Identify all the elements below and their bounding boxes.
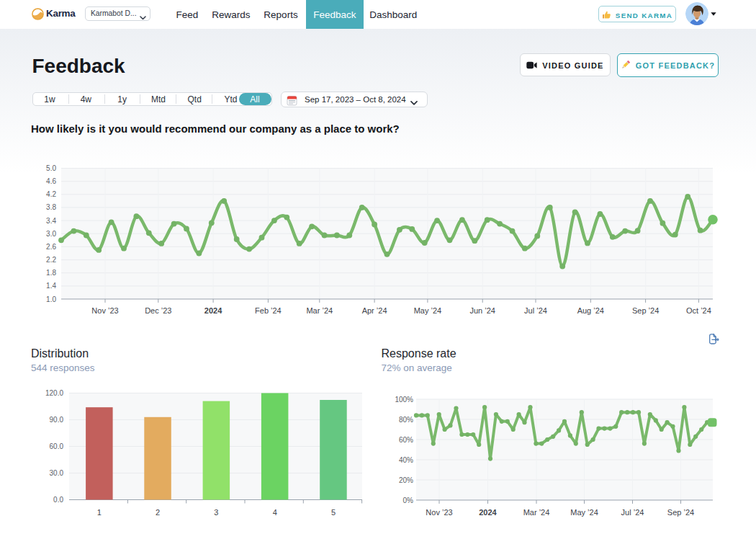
svg-text:60%: 60% [399, 436, 413, 444]
svg-text:3.0: 3.0 [46, 230, 56, 238]
svg-text:100%: 100% [395, 396, 413, 404]
svg-text:1.0: 1.0 [46, 295, 56, 303]
svg-text:Dec ’23: Dec ’23 [145, 306, 171, 315]
svg-text:Aug ’24: Aug ’24 [577, 306, 604, 315]
svg-text:Mar ’24: Mar ’24 [523, 508, 550, 517]
svg-text:4.6: 4.6 [46, 177, 56, 185]
svg-text:20%: 20% [399, 476, 413, 484]
svg-text:5.0: 5.0 [46, 164, 56, 172]
svg-text:30.0: 30.0 [50, 469, 64, 477]
svg-text:1.4: 1.4 [46, 282, 56, 290]
svg-text:60.0: 60.0 [50, 442, 64, 450]
svg-text:1.8: 1.8 [46, 269, 56, 277]
svg-text:Nov ’23: Nov ’23 [426, 508, 452, 517]
svg-text:Nov ’23: Nov ’23 [91, 306, 118, 315]
svg-text:2: 2 [156, 508, 160, 517]
svg-text:Jul ’24: Jul ’24 [621, 508, 644, 517]
svg-text:Jul ’24: Jul ’24 [524, 306, 547, 315]
svg-text:3: 3 [214, 508, 218, 517]
svg-text:Sep ’24: Sep ’24 [667, 508, 694, 517]
svg-text:90.0: 90.0 [50, 416, 64, 424]
svg-text:Jun ’24: Jun ’24 [469, 306, 495, 315]
svg-text:40%: 40% [399, 456, 413, 464]
svg-text:2.2: 2.2 [46, 256, 56, 264]
svg-text:May ’24: May ’24 [414, 306, 442, 315]
svg-text:1: 1 [97, 508, 102, 517]
svg-text:May ’24: May ’24 [570, 508, 598, 517]
svg-text:0%: 0% [403, 496, 414, 504]
svg-text:Oct ’24: Oct ’24 [686, 306, 711, 315]
svg-text:4.2: 4.2 [46, 190, 56, 198]
svg-text:Feb ’24: Feb ’24 [255, 306, 282, 315]
svg-text:4: 4 [273, 508, 277, 517]
svg-text:120.0: 120.0 [45, 389, 63, 397]
svg-text:80%: 80% [399, 416, 413, 424]
svg-text:0.0: 0.0 [53, 496, 63, 504]
svg-text:Apr ’24: Apr ’24 [362, 306, 387, 315]
svg-text:Mar ’24: Mar ’24 [306, 306, 333, 315]
svg-text:5: 5 [331, 508, 336, 517]
svg-text:2024: 2024 [204, 306, 222, 315]
svg-text:2.6: 2.6 [46, 243, 56, 251]
svg-text:2024: 2024 [479, 508, 497, 517]
svg-text:3.8: 3.8 [46, 203, 56, 211]
svg-text:3.4: 3.4 [46, 217, 56, 225]
svg-text:Sep ’24: Sep ’24 [632, 306, 659, 315]
